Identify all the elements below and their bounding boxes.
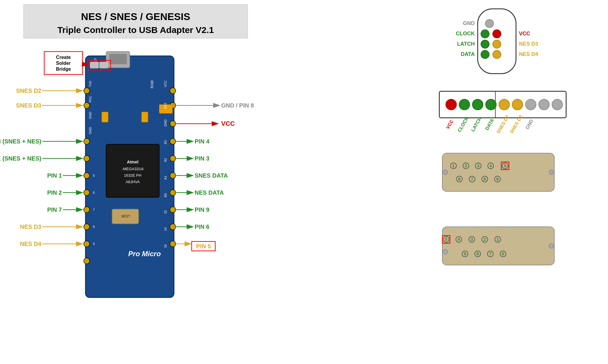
pin-hole-left-1	[84, 88, 90, 94]
gnd-pin8-label: GND / PIN 8	[221, 102, 254, 109]
pin-hole-left-10	[84, 258, 90, 264]
nes-data-label: NES DATA	[195, 189, 224, 196]
j1-pad2	[99, 62, 108, 68]
db9-top-num5: 5	[504, 163, 506, 168]
board-vcc-r: VCC	[164, 80, 167, 87]
nes-pin-data-dot	[481, 50, 489, 59]
cap2	[142, 112, 148, 122]
db9-top-num3: 3	[477, 163, 479, 168]
db9-bottom-num5: 5	[445, 237, 447, 242]
pin-hole-right-7	[170, 190, 176, 196]
clock-label: CLOCK (SNES + NES)	[0, 155, 41, 162]
db9-top-num6: 6	[458, 176, 461, 181]
snes-latch-label: LATCH	[470, 116, 482, 132]
nes-nesd4-text: NES D4	[519, 51, 538, 57]
nes-pin-nesd4-dot	[493, 50, 501, 59]
snes-pin-vcc	[446, 99, 456, 110]
db9-bottom-num9: 9	[464, 251, 466, 256]
snes-clock-label: CLOCK	[457, 116, 469, 133]
board-pin-5: 5	[93, 174, 95, 177]
latch-label: LATCH (SNES + NES)	[0, 138, 41, 145]
chip-label-2: -MEGA32U4	[122, 167, 144, 171]
pin-hole-right-1	[170, 88, 176, 94]
nes-data-text: DATA	[461, 51, 475, 57]
db9-bottom-num6: 6	[502, 251, 504, 256]
board-rx1: RX1	[88, 96, 92, 102]
pin5-label: PIN 5	[196, 243, 211, 249]
db9-top-num8: 8	[484, 176, 486, 181]
pin-hole-right-10	[170, 241, 176, 247]
solder-bridge-text-2: Solder	[56, 61, 71, 66]
pin-hole-right-9	[170, 224, 176, 230]
board-a3: A3	[164, 140, 167, 144]
solder-bridge-text-1: Create	[56, 55, 71, 60]
pin-hole-left-4	[84, 155, 90, 161]
board-gnd-r: GND	[164, 120, 167, 127]
pin3-label: PIN 3	[195, 155, 209, 162]
db9-bottom-num7: 7	[489, 251, 492, 256]
pin-hole-right-5	[170, 155, 176, 161]
pin1-label: PIN 1	[47, 172, 62, 179]
snes-d2-label: SNES D2	[16, 87, 41, 94]
pin-hole-left-5	[84, 173, 90, 178]
db9-top-num9: 9	[496, 176, 499, 181]
snes-snesd3-label: SNES D3	[509, 114, 523, 134]
snes-pin-d2	[499, 99, 510, 110]
snes-pin-clock	[459, 99, 470, 110]
chip-label-4: A8JHVA	[126, 180, 140, 184]
nes-d3-label: NES D3	[20, 224, 41, 230]
cap1	[102, 112, 108, 122]
board-gnd1: GND	[88, 112, 92, 119]
pin2-label: PIN 2	[47, 189, 62, 196]
snes-pin-na	[552, 99, 563, 110]
board-14: 14	[164, 227, 167, 231]
nes-latch-text: LATCH	[457, 41, 475, 47]
vcc-label: VCC	[221, 120, 235, 127]
board-16: 16	[164, 244, 167, 248]
board-ram: RAM	[150, 80, 154, 88]
nes-clock-text: CLOCK	[456, 31, 475, 37]
pin-hole-left-9	[84, 241, 90, 247]
pin9-label: PIN 9	[195, 206, 209, 213]
pin-hole-right-6	[170, 173, 176, 178]
pin-hole-right-3	[170, 121, 176, 127]
db9-bottom-num4: 4	[458, 237, 460, 242]
pin-hole-left-2	[84, 102, 90, 108]
nes-pin-nesd3-dot	[493, 40, 501, 48]
board-pin-8: 8	[93, 225, 95, 229]
nes-vcc-text: VCC	[519, 31, 530, 37]
nes-nesd3-text: NES D3	[519, 41, 538, 47]
nes-pin-gnd	[485, 19, 494, 28]
board-a2: A2	[164, 158, 167, 162]
title-line1: NES / SNES / GENESIS	[81, 11, 190, 22]
pin-hole-right-4	[170, 138, 176, 144]
solder-bridge-text-3: Bridge	[56, 67, 71, 72]
snes-pin-data	[486, 99, 496, 110]
snes-pin-gnd	[525, 99, 536, 110]
pin-hole-left-6	[84, 190, 90, 196]
snes-pin-gnd2	[539, 99, 549, 110]
snes-vcc-label: VCC	[445, 119, 454, 130]
db9-bottom-num1: 1	[497, 237, 499, 242]
board-a1: A1	[164, 176, 167, 180]
pin4-label: PIN 4	[195, 138, 210, 145]
snes-pin-latch	[472, 99, 483, 110]
crystal-label: 16C1T	[121, 215, 130, 218]
j1-label: J1	[93, 58, 97, 62]
db9-bottom-screw-l	[443, 249, 448, 254]
db9-top-num2: 2	[465, 163, 467, 168]
pin-hole-left-7	[84, 207, 90, 213]
pin7-label: PIN 7	[47, 206, 62, 213]
db9-top-body	[442, 153, 554, 191]
board-15: 15	[164, 210, 167, 214]
db9-top-num1: 1	[452, 163, 455, 168]
nes-pin-clock-dot	[481, 30, 489, 38]
chip-label-3: 1632E PH	[124, 173, 141, 178]
db9-bottom-body	[442, 227, 554, 265]
snes-data-label: DATA	[484, 118, 495, 131]
db9-top-screw-r	[549, 170, 554, 175]
pin-hole-left-8	[84, 224, 90, 230]
db9-bottom-num2: 2	[484, 237, 486, 242]
board-pin-7: 7	[93, 208, 95, 211]
db9-bottom-screw-r	[549, 244, 554, 248]
